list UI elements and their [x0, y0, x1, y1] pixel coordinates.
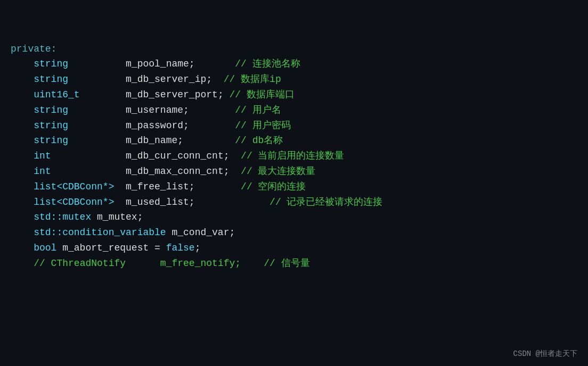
code-line: string m_username; // 用户名	[11, 103, 577, 118]
watermark: CSDN @恒者走天下	[513, 349, 577, 359]
code-line: list<CDBConn*> m_used_list; // 记录已经被请求的连…	[11, 195, 577, 210]
code-line: int m_db_cur_conn_cnt; // 当前启用的连接数量	[11, 148, 577, 164]
code-line: uint16_t m_db_server_port; // 数据库端口	[11, 87, 577, 103]
code-line: // CThreadNotify m_free_notify; // 信号量	[11, 256, 577, 271]
code-line: int m_db_max_conn_cnt; // 最大连接数量	[11, 164, 577, 179]
code-line: string m_db_name; // db名称	[11, 133, 577, 148]
code-block: private: string m_pool_name; // 连接池名称 st…	[11, 11, 577, 271]
code-line: private:	[11, 41, 577, 57]
code-line: string m_pool_name; // 连接池名称	[11, 56, 577, 72]
code-line: string m_password; // 用户密码	[11, 118, 577, 134]
code-line: list<CDBConn*> m_free_list; // 空闲的连接	[11, 179, 577, 195]
code-container: private: string m_pool_name; // 连接池名称 st…	[0, 0, 588, 366]
code-line: bool m_abort_request = false;	[11, 240, 577, 256]
code-line: std::condition_variable m_cond_var;	[11, 225, 577, 240]
code-line: string m_db_server_ip; // 数据库ip	[11, 72, 577, 87]
code-line: std::mutex m_mutex;	[11, 210, 577, 225]
